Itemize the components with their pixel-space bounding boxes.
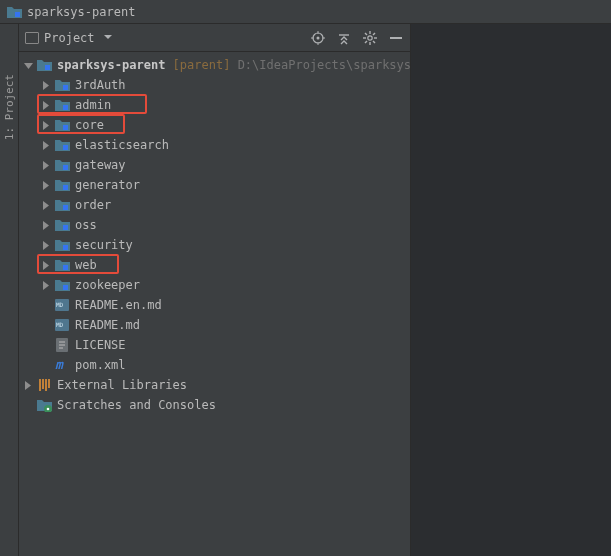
file-label: pom.xml [75, 358, 126, 372]
view-icon [25, 32, 39, 44]
module-folder-icon [54, 258, 70, 272]
module-label: elasticsearch [75, 138, 169, 152]
tree-module-generator[interactable]: generator [19, 175, 410, 195]
tree-module-elasticsearch[interactable]: elasticsearch [19, 135, 410, 155]
expand-arrow-icon[interactable] [41, 180, 51, 190]
module-folder-icon [54, 198, 70, 212]
expand-arrow-icon[interactable] [41, 140, 51, 150]
locate-icon[interactable] [310, 30, 326, 46]
module-folder-icon [54, 118, 70, 132]
module-label: generator [75, 178, 140, 192]
window-titlebar: sparksys-parent [0, 0, 611, 24]
tree-module-core[interactable]: core [19, 115, 410, 135]
svg-line-15 [373, 33, 375, 35]
project-tool-window: Project [19, 24, 411, 556]
tree-file-license[interactable]: LICENSE [19, 335, 410, 355]
chevron-down-icon [104, 35, 112, 41]
module-folder-icon [54, 138, 70, 152]
svg-line-13 [365, 33, 367, 35]
svg-text:m: m [55, 358, 64, 372]
file-label: README.en.md [75, 298, 162, 312]
module-label: core [75, 118, 104, 132]
svg-rect-19 [63, 85, 68, 90]
svg-line-14 [373, 41, 375, 43]
tree-scratches[interactable]: Scratches and Consoles [19, 395, 410, 415]
module-folder-icon [54, 178, 70, 192]
module-label: zookeeper [75, 278, 140, 292]
hide-icon[interactable] [388, 30, 404, 46]
svg-rect-20 [63, 105, 68, 110]
module-label: security [75, 238, 133, 252]
tree-module-order[interactable]: order [19, 195, 410, 215]
expand-arrow-icon[interactable] [41, 100, 51, 110]
tree-external-libraries[interactable]: External Libraries [19, 375, 410, 395]
module-label: admin [75, 98, 111, 112]
tree-module-security[interactable]: security [19, 235, 410, 255]
module-folder-icon [36, 58, 52, 72]
tree-module-zookeeper[interactable]: zookeeper [19, 275, 410, 295]
tree-module-web[interactable]: web [19, 255, 410, 275]
view-mode-selector[interactable]: Project [25, 31, 112, 45]
module-label: order [75, 198, 111, 212]
text-file-icon [54, 338, 70, 352]
module-folder-icon [54, 98, 70, 112]
svg-rect-28 [63, 265, 68, 270]
expand-arrow-icon[interactable] [41, 220, 51, 230]
svg-point-2 [317, 36, 320, 39]
module-folder-icon [54, 78, 70, 92]
window-title: sparksys-parent [27, 5, 135, 19]
module-folder-icon [54, 158, 70, 172]
svg-point-8 [368, 35, 372, 39]
svg-rect-23 [63, 165, 68, 170]
markdown-file-icon: MD [54, 298, 70, 312]
file-label: LICENSE [75, 338, 126, 352]
editor-empty-area [411, 24, 611, 556]
expand-arrow-icon[interactable] [41, 160, 51, 170]
libraries-icon [36, 378, 52, 392]
scratches-label: Scratches and Consoles [57, 398, 216, 412]
expand-arrow-icon[interactable] [41, 120, 51, 130]
svg-rect-27 [63, 245, 68, 250]
svg-rect-24 [63, 185, 68, 190]
tool-window-header: Project [19, 24, 410, 52]
project-folder-icon [6, 5, 22, 19]
project-tree[interactable]: sparksys-parent [parent] D:\IdeaProjects… [19, 52, 410, 556]
module-label: 3rdAuth [75, 78, 126, 92]
module-label: web [75, 258, 97, 272]
file-label: README.md [75, 318, 140, 332]
libraries-label: External Libraries [57, 378, 187, 392]
collapse-all-icon[interactable] [336, 30, 352, 46]
expand-arrow-icon[interactable] [41, 80, 51, 90]
module-folder-icon [54, 238, 70, 252]
tree-root-node[interactable]: sparksys-parent [parent] D:\IdeaProjects… [19, 55, 410, 75]
collapse-arrow-icon[interactable] [23, 60, 33, 70]
settings-gear-icon[interactable] [362, 30, 378, 46]
tree-file-pom[interactable]: m pom.xml [19, 355, 410, 375]
expand-arrow-icon[interactable] [23, 380, 33, 390]
module-folder-icon [54, 218, 70, 232]
svg-rect-17 [390, 37, 402, 39]
svg-rect-25 [63, 205, 68, 210]
module-label: oss [75, 218, 97, 232]
tree-file-readme-en[interactable]: MD README.en.md [19, 295, 410, 315]
svg-rect-22 [63, 145, 68, 150]
tree-file-readme[interactable]: MD README.md [19, 315, 410, 335]
svg-text:MD: MD [56, 321, 64, 328]
expand-arrow-icon[interactable] [41, 240, 51, 250]
svg-line-16 [365, 41, 367, 43]
tree-module-gateway[interactable]: gateway [19, 155, 410, 175]
tool-window-stripe[interactable]: 1: Project [0, 24, 19, 556]
maven-file-icon: m [54, 358, 70, 372]
expand-arrow-icon[interactable] [41, 260, 51, 270]
project-tool-button[interactable]: 1: Project [3, 74, 16, 140]
markdown-file-icon: MD [54, 318, 70, 332]
svg-text:MD: MD [56, 301, 64, 308]
expand-arrow-icon[interactable] [41, 200, 51, 210]
tree-module-3rdauth[interactable]: 3rdAuth [19, 75, 410, 95]
tree-module-admin[interactable]: admin [19, 95, 410, 115]
expand-arrow-icon[interactable] [41, 280, 51, 290]
tool-window-title: Project [44, 31, 95, 45]
tree-module-oss[interactable]: oss [19, 215, 410, 235]
scratches-icon [36, 398, 52, 412]
svg-point-40 [46, 407, 49, 410]
